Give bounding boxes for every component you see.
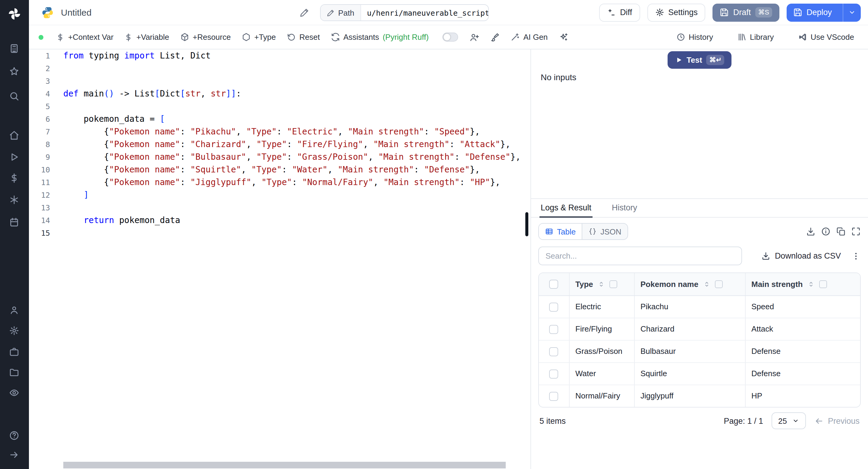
editor-horizontal-scrollbar[interactable] [63,462,506,468]
table-row[interactable]: ElectricPikachuSpeed [539,295,860,318]
sidebar-expand-icon[interactable] [9,450,19,460]
copy-icon[interactable] [836,227,846,236]
table-row[interactable]: Normal/FairyJigglypuffHP [539,385,860,407]
brush-icon[interactable] [490,32,500,42]
column-filter-checkbox[interactable] [715,280,722,288]
previous-page-button[interactable]: Previous [815,416,860,425]
code-line[interactable]: 15 [29,227,523,239]
row-checkbox[interactable] [550,324,558,334]
row-checkbox[interactable] [550,347,558,356]
add-context-var-button[interactable]: +Context Var [51,29,119,45]
package-icon [180,33,189,41]
code-text [50,100,63,113]
path-value[interactable]: u/henri/maneuverable_script [361,8,489,17]
windmill-logo-icon[interactable] [7,7,22,21]
library-button[interactable]: Library [732,29,779,45]
table-row[interactable]: Grass/PoisonBulbasaurDefense [539,340,860,362]
row-checkbox[interactable] [550,369,558,378]
history-button[interactable]: History [671,29,718,45]
sort-icon[interactable] [807,280,815,288]
add-type-button[interactable]: +Type [236,29,281,45]
view-table-button[interactable]: Table [539,224,582,239]
sidebar-folders-icon[interactable] [9,367,19,377]
assistants-button[interactable]: Assistants (Pyright Ruff) [325,29,434,45]
view-json-button[interactable]: JSON [582,224,627,239]
sidebar-settings-icon[interactable] [9,325,19,336]
info-icon[interactable] [821,227,831,236]
table-row[interactable]: WaterSquirtleDefense [539,362,860,385]
row-checkbox[interactable] [550,392,558,401]
resize-handle[interactable] [525,212,528,236]
deploy-button[interactable]: Deploy [786,3,861,22]
search-input[interactable] [538,247,742,265]
code-line[interactable]: 3 [29,75,523,87]
column-filter-checkbox[interactable] [819,280,827,288]
code-line[interactable]: 10 {"Pokemon name": "Squirtle", "Type": … [29,163,523,176]
table-cell: Charizard [634,318,745,340]
sparkles-icon[interactable] [558,32,568,42]
add-resource-button[interactable]: +Resource [175,29,236,45]
add-variable-button[interactable]: +Variable [119,29,175,45]
path-editor[interactable]: Path u/henri/maneuverable_script [320,4,489,21]
user-plus-icon[interactable] [470,32,479,42]
tab-logs-result[interactable]: Logs & Result [539,199,592,218]
deploy-main[interactable]: Deploy [786,3,838,22]
code-editor[interactable]: 1from typing import List, Dict234def mai… [29,50,523,469]
sidebar-apps-icon[interactable] [9,43,19,54]
test-button[interactable]: Test ⌘↵ [667,51,732,69]
select-all-checkbox[interactable] [550,280,558,289]
sidebar-variables-icon[interactable] [9,173,19,183]
sidebar-resources-icon[interactable] [9,195,19,205]
code-line[interactable]: 5 [29,100,523,113]
edit-title-icon[interactable] [300,8,309,18]
download-csv-button[interactable]: Download as CSV [762,251,841,260]
reset-button[interactable]: Reset [281,29,325,45]
settings-button[interactable]: Settings [647,3,706,22]
column-label: Pokemon name [641,280,698,289]
sort-icon[interactable] [597,280,605,288]
maximize-icon[interactable] [851,227,861,236]
sidebar-users-icon[interactable] [9,305,19,315]
column-header-main-strength[interactable]: Main strength [745,273,860,295]
download-icon[interactable] [806,227,815,236]
tab-history[interactable]: History [611,199,638,218]
draft-button[interactable]: Draft ⌘S [713,3,779,22]
sidebar-workers-icon[interactable] [9,347,19,357]
sidebar-favorites-icon[interactable] [9,66,19,76]
pane-resizer[interactable] [523,50,531,469]
sort-icon[interactable] [703,280,710,288]
code-line[interactable]: 1from typing import List, Dict [29,50,523,62]
use-vscode-label: Use VScode [810,33,854,41]
diff-button[interactable]: Diff [599,3,640,22]
column-header-pokemon-name[interactable]: Pokemon name [634,273,745,295]
code-line[interactable]: 8 {"Pokemon name": "Charizard", "Type": … [29,138,523,151]
sidebar-schedules-icon[interactable] [9,217,19,227]
column-header-type[interactable]: Type [569,273,634,295]
sidebar-home-icon[interactable] [9,130,19,140]
sidebar-search-icon[interactable] [9,91,19,101]
code-line[interactable]: 14 return pokemon_data [29,214,523,227]
column-filter-checkbox[interactable] [610,280,617,288]
sidebar-runs-icon[interactable] [9,152,19,162]
code-line[interactable]: 12 ] [29,189,523,201]
code-line[interactable]: 4def main() -> List[Dict[str, str]]: [29,87,523,100]
add-context-var-label: +Context Var [68,33,114,41]
deploy-dropdown-button[interactable] [843,3,861,22]
code-line[interactable]: 11 {"Pokemon name": "Jigglypuff", "Type"… [29,176,523,189]
use-vscode-button[interactable]: Use VScode [792,29,860,45]
code-line[interactable]: 7 {"Pokemon name": "Pikachu", "Type": "E… [29,125,523,138]
code-line[interactable]: 9 {"Pokemon name": "Bulbasaur", "Type": … [29,151,523,163]
assistant-toggle[interactable] [442,33,458,41]
ai-gen-button[interactable]: AI Gen [505,29,553,45]
sidebar-audit-logs-icon[interactable] [9,387,19,398]
table-row[interactable]: Fire/FlyingCharizardAttack [539,318,860,340]
row-checkbox[interactable] [550,302,558,311]
edit-path-icon [327,9,335,17]
sidebar-help-icon[interactable] [9,430,19,441]
more-options-icon[interactable] [851,251,861,261]
code-line[interactable]: 6 pokemon_data = [ [29,113,523,125]
page-size-select[interactable]: 25 [772,412,806,429]
code-line[interactable]: 13 [29,201,523,214]
table-cell: Speed [745,295,860,318]
code-line[interactable]: 2 [29,62,523,75]
